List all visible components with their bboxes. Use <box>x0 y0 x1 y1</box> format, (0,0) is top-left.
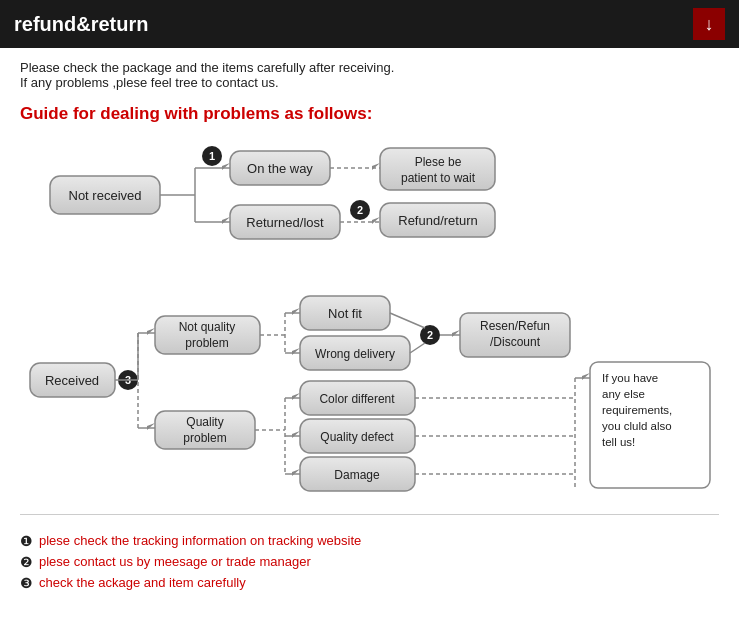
svg-text:Plese be: Plese be <box>415 155 462 169</box>
bottom-flow-svg: Received 3 Not quality problem Quality p… <box>20 278 720 498</box>
note1-icon: ❶ <box>20 533 33 549</box>
svg-text:problem: problem <box>183 431 226 445</box>
svg-marker-16 <box>372 163 380 170</box>
note-item-3: ❸ check the ackage and item carefully <box>20 575 719 591</box>
header-bar: refund&return ↓ <box>0 0 739 48</box>
intro-line2: If any problems ,plese feel tree to cont… <box>20 75 719 90</box>
svg-text:Not quality: Not quality <box>179 320 236 334</box>
footer-notes: ❶ plese check the tracking information o… <box>0 521 739 612</box>
svg-text:Resen/Refun: Resen/Refun <box>480 319 550 333</box>
svg-marker-72 <box>452 330 460 337</box>
svg-marker-58 <box>292 393 300 400</box>
svg-text:1: 1 <box>209 150 215 162</box>
note1-text: plese check the tracking information on … <box>39 533 361 548</box>
top-flow-svg: Not received 1 On the way Returned/lost … <box>20 138 720 258</box>
guide-title: Guide for dealing with problems as follo… <box>0 96 739 128</box>
svg-line-70 <box>410 343 425 353</box>
svg-text:any else: any else <box>602 388 645 400</box>
svg-text:Not fit: Not fit <box>328 306 362 321</box>
svg-text:/Discount: /Discount <box>490 335 541 349</box>
note2-text: plese contact us by meesage or trade man… <box>39 554 311 569</box>
svg-text:requirements,: requirements, <box>602 404 672 416</box>
intro-line1: Please check the package and the items c… <box>20 60 719 75</box>
svg-marker-36 <box>147 423 155 430</box>
svg-text:Received: Received <box>45 373 99 388</box>
note2-icon: ❷ <box>20 554 33 570</box>
svg-text:Color different: Color different <box>319 392 395 406</box>
svg-marker-81 <box>582 373 590 380</box>
svg-text:problem: problem <box>185 336 228 350</box>
header-title: refund&return <box>14 13 148 36</box>
divider <box>20 514 719 515</box>
svg-marker-48 <box>292 348 300 355</box>
svg-marker-7 <box>222 163 230 170</box>
svg-marker-23 <box>372 217 380 224</box>
svg-text:2: 2 <box>427 329 433 341</box>
svg-text:you cluld also: you cluld also <box>602 420 672 432</box>
svg-text:Quality: Quality <box>186 415 223 429</box>
svg-text:2: 2 <box>357 204 363 216</box>
svg-marker-59 <box>292 431 300 438</box>
svg-marker-35 <box>147 328 155 335</box>
svg-marker-47 <box>292 308 300 315</box>
svg-text:Refund/return: Refund/return <box>398 213 478 228</box>
svg-marker-8 <box>222 217 230 224</box>
svg-text:Quality defect: Quality defect <box>320 430 394 444</box>
svg-text:Returned/lost: Returned/lost <box>246 215 324 230</box>
note-item-1: ❶ plese check the tracking information o… <box>20 533 719 549</box>
svg-marker-60 <box>292 469 300 476</box>
header-arrow: ↓ <box>693 8 725 40</box>
bottom-flow-area: Received 3 Not quality problem Quality p… <box>0 268 739 508</box>
svg-line-69 <box>390 313 425 328</box>
intro-section: Please check the package and the items c… <box>0 48 739 96</box>
top-flow-area: Not received 1 On the way Returned/lost … <box>0 128 739 268</box>
svg-text:Wrong delivery: Wrong delivery <box>315 347 395 361</box>
svg-text:If you have: If you have <box>602 372 658 384</box>
note3-icon: ❸ <box>20 575 33 591</box>
svg-text:patient to wait: patient to wait <box>401 171 476 185</box>
note3-text: check the ackage and item carefully <box>39 575 246 590</box>
note-item-2: ❷ plese contact us by meesage or trade m… <box>20 554 719 570</box>
svg-text:On the way: On the way <box>247 161 313 176</box>
svg-text:tell us!: tell us! <box>602 436 635 448</box>
svg-text:Damage: Damage <box>334 468 380 482</box>
svg-text:Not received: Not received <box>69 188 142 203</box>
